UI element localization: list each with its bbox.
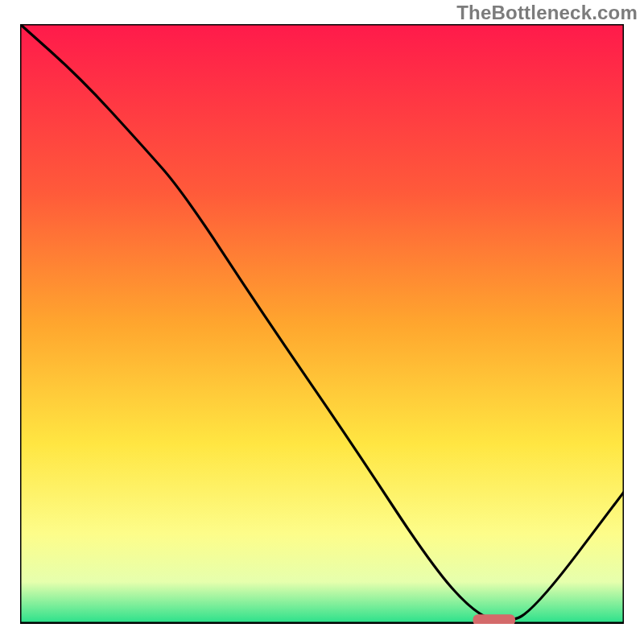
plot-svg <box>20 24 624 624</box>
gradient-background <box>20 24 624 624</box>
watermark-text: TheBottleneck.com <box>456 2 638 24</box>
plot-area <box>20 24 624 624</box>
chart-canvas: TheBottleneck.com <box>0 0 644 644</box>
optimal-marker <box>473 614 516 624</box>
